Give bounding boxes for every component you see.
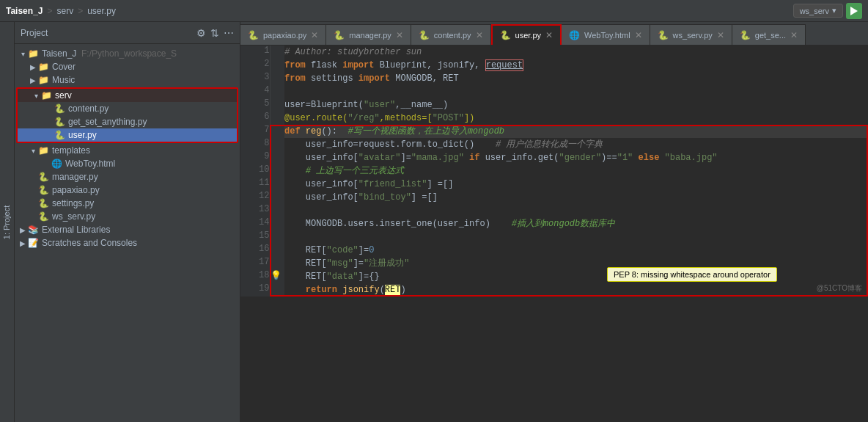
tree-item-music[interactable]: ▶ 📁 Music — [15, 73, 240, 87]
tab-user[interactable]: 🐍 user.py ✕ — [491, 24, 562, 45]
tree-item-scratches[interactable]: ▶ 📝 Scratches and Consoles — [15, 236, 240, 250]
tab-papaxiao-close[interactable]: ✕ — [311, 30, 318, 40]
code-line-16[interactable]: RET["code"]=0 — [284, 244, 868, 257]
code-line-19[interactable]: return jsonify(RET) — [284, 283, 868, 297]
settings-arrow — [28, 200, 38, 208]
code-line-15[interactable] — [284, 230, 868, 244]
tab-content-close[interactable]: ✕ — [476, 30, 483, 40]
webtoy-html-icon: 🌐 — [51, 159, 62, 169]
line-gutter-3 — [270, 72, 284, 85]
code-line-6[interactable]: @user.route("/reg",methods=["POST"]) — [284, 112, 868, 125]
line-gutter-2 — [270, 59, 284, 72]
run-button[interactable] — [846, 3, 862, 19]
breadcrumb-file: user.py — [87, 6, 116, 16]
code-line-8[interactable]: user_info=request.form.to_dict() # 用户信息转… — [284, 138, 868, 151]
content-tab-icon: 🐍 — [419, 30, 430, 40]
title-bar-right: ws_serv ▾ — [793, 3, 862, 19]
line-6: 6 @user.route("/reg",methods=["POST"]) — [240, 112, 868, 125]
code-line-5[interactable]: user=Blueprint("user",__name__) — [284, 98, 868, 112]
tab-webtoy-label: WebToy.html — [584, 31, 630, 40]
line-15: 15 — [240, 230, 868, 244]
project-side-label[interactable]: 1: Project — [0, 22, 15, 422]
line-16: 16 RET["code"]=0 — [240, 244, 868, 257]
bulb-icon[interactable]: 💡 — [271, 270, 282, 280]
code-line-10[interactable]: # 上边写一个三元表达式 — [284, 164, 868, 178]
line-num-17: 17 — [240, 257, 270, 270]
tree-root-label: Taisen_J F:/Python_workspace_S — [42, 48, 177, 59]
tree-item-papaxiao-py[interactable]: 🐍 papaxiao.py — [15, 183, 240, 197]
line-gutter-8 — [270, 138, 284, 151]
tree-item-content-py[interactable]: 🐍 content.py — [18, 102, 237, 115]
user-py-arrow — [44, 131, 54, 139]
tree-item-ext-libs[interactable]: ▶ 📚 External Libraries — [15, 223, 240, 236]
code-line-11[interactable]: user_info["friend_list"] =[] — [284, 178, 868, 191]
line-3: 3 from settings import MONGODB, RET — [240, 72, 868, 85]
settings-py-icon: 🐍 — [38, 198, 49, 208]
line-num-12: 12 — [240, 191, 270, 204]
papaxiao-arrow — [28, 186, 38, 194]
line-10: 10 # 上边写一个三元表达式 — [240, 164, 868, 178]
tab-papaxiao[interactable]: 🐍 papaxiao.py ✕ — [240, 24, 326, 45]
code-line-14[interactable]: MONGODB.users.insert_one(user_info) #插入到… — [284, 217, 868, 230]
run-config-selector[interactable]: ws_serv ▾ — [793, 4, 843, 18]
manager-py-label: manager.py — [52, 172, 98, 182]
tree-item-get-set-py[interactable]: 🐍 get_set_anything.py — [18, 115, 237, 128]
code-line-7[interactable]: def reg(): #写一个视图函数，在上边导入mongodb — [284, 125, 868, 138]
code-line-1[interactable]: # Author: studybrother sun — [284, 46, 868, 59]
more-icon[interactable]: ⋯ — [224, 27, 234, 39]
app-logo: Taisen_J — [6, 6, 43, 16]
tab-content[interactable]: 🐍 content.py ✕ — [411, 24, 491, 45]
tab-user-close[interactable]: ✕ — [545, 30, 553, 40]
code-editor[interactable]: 1 # Author: studybrother sun 2 from flas… — [240, 46, 868, 422]
code-line-12[interactable]: user_info["bind_toy"] =[] — [284, 191, 868, 204]
tree-item-user-py[interactable]: 🐍 user.py — [18, 128, 237, 142]
tab-webtoy-close[interactable]: ✕ — [635, 30, 642, 40]
title-bar-left: Taisen_J > serv > user.py — [6, 6, 116, 16]
tab-manager[interactable]: 🐍 manager.py ✕ — [326, 24, 411, 45]
tab-get-se-close[interactable]: ✕ — [790, 30, 798, 40]
code-line-4[interactable] — [284, 85, 868, 98]
tab-manager-close[interactable]: ✕ — [396, 30, 403, 40]
code-line-18[interactable]: RET["data"]={} — [284, 270, 868, 283]
tree-item-webtoy-html[interactable]: 🌐 WebToy.html — [15, 157, 240, 170]
music-arrow: ▶ — [28, 76, 38, 84]
tree-item-ws-serv-py[interactable]: 🐍 ws_serv.py — [15, 210, 240, 223]
project-folder-icon: 📁 — [28, 48, 39, 59]
get-set-arrow — [44, 118, 54, 126]
tab-ws-serv-close[interactable]: ✕ — [717, 30, 724, 40]
code-line-13[interactable] — [284, 204, 868, 217]
code-line-17[interactable]: RET["msg"]="注册成功" — [284, 257, 868, 270]
code-content: 1 # Author: studybrother sun 2 from flas… — [240, 46, 868, 297]
tab-ws-serv-label: ws_serv.py — [673, 31, 713, 40]
tab-manager-label: manager.py — [349, 31, 391, 40]
content-py-icon: 🐍 — [54, 103, 65, 114]
chevron-down-icon: ▾ — [832, 6, 836, 15]
serv-label: serv — [55, 90, 72, 101]
tree-item-settings-py[interactable]: 🐍 settings.py — [15, 197, 240, 210]
tab-get-se[interactable]: 🐍 get_se... ✕ — [732, 24, 806, 45]
line-gutter-16 — [270, 244, 284, 257]
tab-get-se-label: get_se... — [755, 31, 786, 40]
tab-papaxiao-label: papaxiao.py — [263, 31, 306, 40]
editor-area: 🐍 papaxiao.py ✕ 🐍 manager.py ✕ 🐍 content… — [240, 22, 868, 422]
code-line-9[interactable]: user_info["avatar"]="mama.jpg" if user_i… — [284, 151, 868, 164]
tree-root[interactable]: ▾ 📁 Taisen_J F:/Python_workspace_S — [15, 47, 240, 60]
line-1: 1 # Author: studybrother sun — [240, 46, 868, 59]
tree-item-cover[interactable]: ▶ 📁 Cover — [15, 60, 240, 73]
code-table: 1 # Author: studybrother sun 2 from flas… — [240, 46, 868, 297]
tree-item-serv[interactable]: ▾ 📁 serv — [18, 89, 237, 102]
tree-root-arrow: ▾ — [18, 50, 28, 58]
collapse-icon[interactable]: ⇅ — [210, 27, 219, 39]
line-7: 7 def reg(): #写一个视图函数，在上边导入mongodb — [240, 125, 868, 138]
line-num-2: 2 — [240, 59, 270, 72]
tab-ws-serv[interactable]: 🐍 ws_serv.py ✕ — [650, 24, 732, 45]
tree-item-manager-py[interactable]: 🐍 manager.py — [15, 170, 240, 183]
settings-icon[interactable]: ⚙ — [196, 27, 206, 39]
webtoy-arrow — [41, 160, 51, 168]
code-line-3[interactable]: from settings import MONGODB, RET — [284, 72, 868, 85]
cover-folder-icon: 📁 — [38, 62, 49, 72]
manager-arrow — [28, 173, 38, 181]
tab-webtoy[interactable]: 🌐 WebToy.html ✕ — [562, 24, 650, 45]
tree-item-templates[interactable]: ▾ 📁 templates — [15, 144, 240, 157]
code-line-2[interactable]: from flask import Blueprint, jsonify, re… — [284, 59, 868, 72]
